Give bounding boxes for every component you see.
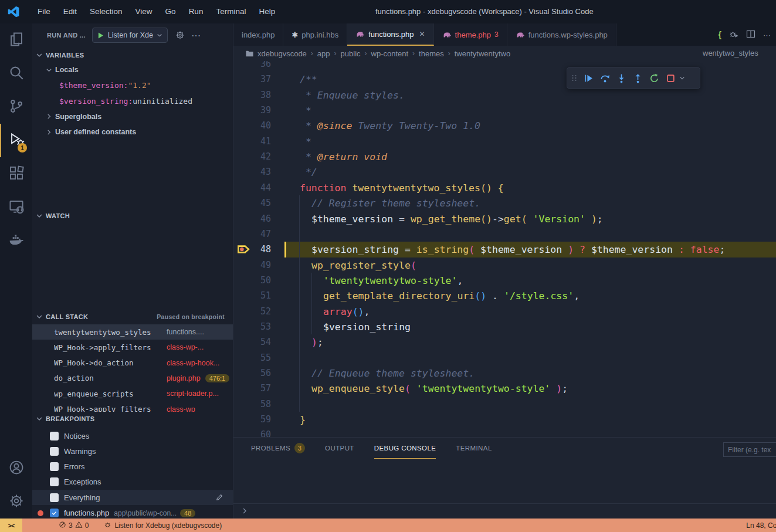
activitybar-item-docker[interactable] xyxy=(0,224,32,257)
step-into-button[interactable] xyxy=(613,69,629,87)
line-number[interactable]: 58 xyxy=(233,397,271,412)
line-number[interactable]: 48 xyxy=(233,242,271,257)
run-or-debug-icon[interactable] xyxy=(729,29,738,40)
line-number[interactable]: 37 xyxy=(233,72,271,87)
breadcrumb-item[interactable]: xdebugvscode xyxy=(257,49,307,58)
stop-button[interactable] xyxy=(662,69,679,87)
editor[interactable]: 3637/**38 * Enqueue styles.39 *40 * @sin… xyxy=(233,46,776,437)
checkbox[interactable] xyxy=(50,477,59,486)
breakpoint-option-warnings[interactable]: Warnings xyxy=(32,443,233,459)
code-line-46[interactable]: 46$theme_version = wp_get_theme()->get( … xyxy=(233,211,776,227)
breadcrumb-item[interactable]: twentytwentytwo xyxy=(455,49,510,58)
breakpoint-file-row[interactable]: functions.phpapp\public\wp-con...48 xyxy=(32,506,233,519)
breakpoint-option-errors[interactable]: Errors xyxy=(32,459,233,475)
brace-icon[interactable]: { xyxy=(719,30,721,39)
code-line-58[interactable]: 58 xyxy=(233,397,776,412)
menu-file[interactable]: File xyxy=(31,0,57,23)
line-number[interactable]: 38 xyxy=(233,87,271,103)
line-number[interactable]: 44 xyxy=(233,180,271,196)
line-number[interactable]: 50 xyxy=(233,273,271,289)
line-number[interactable]: 54 xyxy=(233,334,271,350)
section-watch[interactable]: WATCH xyxy=(32,209,233,223)
line-number[interactable]: 55 xyxy=(233,350,271,366)
activitybar-item-extensions[interactable] xyxy=(0,157,32,191)
menu-go[interactable]: Go xyxy=(159,0,182,23)
variable-row[interactable]: $theme_version: "1.2" xyxy=(32,78,233,93)
activitybar-item-remote-explorer[interactable] xyxy=(0,191,32,224)
split-editor-icon[interactable] xyxy=(746,29,755,40)
breadcrumb-item[interactable]: public xyxy=(341,49,361,58)
breadcrumb-item[interactable]: themes xyxy=(419,49,444,58)
line-number[interactable]: 42 xyxy=(233,149,271,165)
debug-console-filter-input[interactable] xyxy=(723,442,776,457)
line-number[interactable]: 53 xyxy=(233,319,271,335)
line-number[interactable]: 51 xyxy=(233,288,271,304)
code-line-44[interactable]: 44function twentytwentytwo_styles() { xyxy=(233,180,776,196)
checkbox[interactable] xyxy=(50,462,59,471)
code-line-56[interactable]: 56// Enqueue theme stylesheet. xyxy=(233,365,776,381)
code-line-47[interactable]: 47 xyxy=(233,226,776,242)
code-line-42[interactable]: 42 * @return void xyxy=(233,149,776,165)
variables-scope-user-defined-constants[interactable]: User defined constants xyxy=(32,124,233,140)
pencil-icon[interactable] xyxy=(215,493,223,501)
line-number[interactable]: 59 xyxy=(233,412,271,428)
line-number[interactable]: 60 xyxy=(233,427,271,437)
breadcrumb[interactable]: xdebugvscode›app›public›wp-content›theme… xyxy=(233,46,776,61)
activitybar-item-run-and-debug[interactable]: 1 xyxy=(0,124,32,157)
code-line-60[interactable]: 60 xyxy=(233,427,776,437)
line-number[interactable]: 43 xyxy=(233,164,271,180)
line-number[interactable]: 45 xyxy=(233,195,271,211)
code-area[interactable]: 3637/**38 * Enqueue styles.39 *40 * @sin… xyxy=(233,46,776,437)
continue-button[interactable] xyxy=(580,69,597,87)
code-line-49[interactable]: 49wp_register_style( xyxy=(233,257,776,273)
line-number[interactable]: 40 xyxy=(233,118,271,134)
remote-indicator[interactable]: >< xyxy=(0,519,22,532)
code-line-59[interactable]: 59} xyxy=(233,412,776,428)
code-line-55[interactable]: 55 xyxy=(233,350,776,366)
code-line-39[interactable]: 39 * xyxy=(233,103,776,118)
section-call-stack[interactable]: CALL STACKPaused on breakpoint xyxy=(32,310,233,324)
breakpoint-option-everything[interactable]: Everything xyxy=(32,490,233,505)
line-number[interactable]: 57 xyxy=(233,381,271,397)
checkbox[interactable] xyxy=(50,493,59,502)
line-number[interactable]: 56 xyxy=(233,365,271,381)
line-number[interactable]: 46 xyxy=(233,211,271,227)
gear-icon[interactable] xyxy=(175,31,185,40)
code-line-50[interactable]: 50'twentytwentytwo-style', xyxy=(233,273,776,289)
debug-status[interactable]: Listen for Xdebug (xdebugvscode) xyxy=(104,521,222,530)
code-line-43[interactable]: 43 */ xyxy=(233,164,776,180)
step-out-button[interactable] xyxy=(629,69,646,87)
breakpoint-option-exceptions[interactable]: Exceptions xyxy=(32,475,233,490)
activitybar-item-explorer[interactable] xyxy=(0,23,32,57)
activitybar-item-accounts[interactable] xyxy=(0,452,32,485)
debug-config-dropdown[interactable]: Listen for Xde xyxy=(93,28,167,42)
activitybar-item-settings[interactable] xyxy=(0,485,32,519)
line-number[interactable]: 52 xyxy=(233,304,271,320)
console-prompt-chevron-icon[interactable] xyxy=(240,507,249,515)
code-line-41[interactable]: 41 * xyxy=(233,134,776,150)
code-line-38[interactable]: 38 * Enqueue styles. xyxy=(233,87,776,103)
code-line-53[interactable]: 53$version_string xyxy=(233,319,776,335)
code-line-57[interactable]: 57wp_enqueue_style( 'twentytwentytwo-sty… xyxy=(233,381,776,397)
call-stack-frame[interactable]: WP_Hook->apply_filtersclass-wp xyxy=(32,402,233,412)
more-actions-icon[interactable]: ··· xyxy=(763,31,771,39)
activitybar-item-search[interactable] xyxy=(0,57,32,90)
call-stack-frame[interactable]: WP_Hook->do_actionclass-wp-hook... xyxy=(32,355,233,371)
menu-help[interactable]: Help xyxy=(252,0,282,23)
code-line-40[interactable]: 40 * @since Twenty Twenty-Two 1.0 xyxy=(233,118,776,134)
call-stack-frame[interactable]: do_actionplugin.php476:1 xyxy=(32,371,233,386)
line-number[interactable]: 47 xyxy=(233,226,271,242)
panel-tab-problems[interactable]: PROBLEMS3 xyxy=(251,438,305,459)
code-line-51[interactable]: 51get_template_directory_uri() . '/style… xyxy=(233,288,776,304)
tab-functions.wp-styles.php[interactable]: functions.wp-styles.php xyxy=(507,23,616,46)
menu-edit[interactable]: Edit xyxy=(57,0,83,23)
panel-tab-terminal[interactable]: TERMINAL xyxy=(456,438,492,459)
line-number[interactable]: 41 xyxy=(233,134,271,150)
problems-status[interactable]: 3 0 xyxy=(59,521,89,530)
more-actions-icon[interactable]: ··· xyxy=(192,31,201,40)
section-variables[interactable]: VARIABLES xyxy=(32,48,233,62)
breadcrumb-symbol-tail[interactable]: wentytwo_styles xyxy=(703,46,758,61)
checkbox[interactable] xyxy=(50,509,59,517)
menu-selection[interactable]: Selection xyxy=(83,0,129,23)
breakpoint-option-notices[interactable]: Notices xyxy=(32,428,233,443)
